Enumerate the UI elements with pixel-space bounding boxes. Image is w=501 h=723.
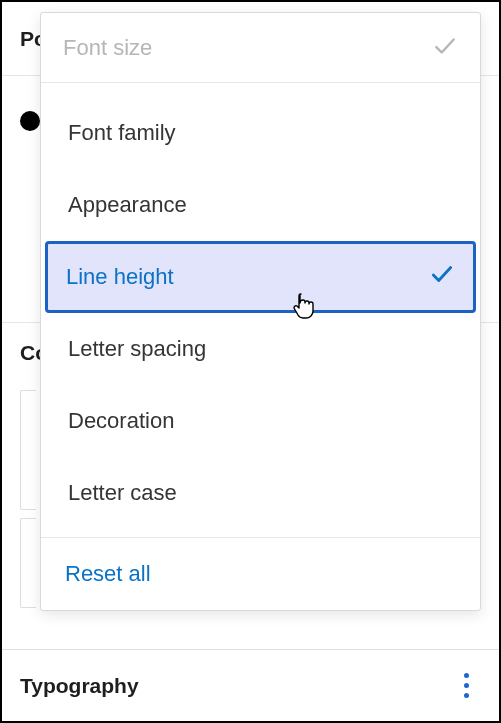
menu-item-label: Decoration xyxy=(68,408,174,434)
dot-icon xyxy=(464,683,469,688)
menu-item-font-family[interactable]: Font family xyxy=(47,97,474,169)
bg-outline-box-1 xyxy=(20,390,36,510)
popover-items: Font family Appearance Line height Lette… xyxy=(41,83,480,538)
popover-header: Font size xyxy=(41,13,480,83)
bg-outline-box-2 xyxy=(20,518,36,608)
menu-item-label: Letter spacing xyxy=(68,336,206,362)
color-swatch-black xyxy=(20,111,40,131)
menu-item-line-height[interactable]: Line height xyxy=(45,241,476,313)
menu-item-letter-spacing[interactable]: Letter spacing xyxy=(47,313,474,385)
typography-tools-popover: Font size Font family Appearance Line he… xyxy=(40,12,481,611)
menu-item-decoration[interactable]: Decoration xyxy=(47,385,474,457)
typography-title: Typography xyxy=(20,674,139,698)
typography-options-button[interactable] xyxy=(454,665,479,706)
menu-item-label: Letter case xyxy=(68,480,177,506)
dot-icon xyxy=(464,673,469,678)
menu-item-appearance[interactable]: Appearance xyxy=(47,169,474,241)
check-icon xyxy=(432,33,458,63)
settings-panel: Po Co Typography Font size xyxy=(0,0,501,723)
popover-header-label: Font size xyxy=(63,35,152,61)
menu-item-label: Appearance xyxy=(68,192,187,218)
reset-all-button[interactable]: Reset all xyxy=(65,561,151,587)
menu-item-label: Line height xyxy=(66,264,174,290)
popover-footer: Reset all xyxy=(41,538,480,610)
check-icon xyxy=(429,261,455,293)
menu-item-label: Font family xyxy=(68,120,176,146)
menu-item-letter-case[interactable]: Letter case xyxy=(47,457,474,529)
typography-section-header[interactable]: Typography xyxy=(2,649,499,721)
dot-icon xyxy=(464,693,469,698)
